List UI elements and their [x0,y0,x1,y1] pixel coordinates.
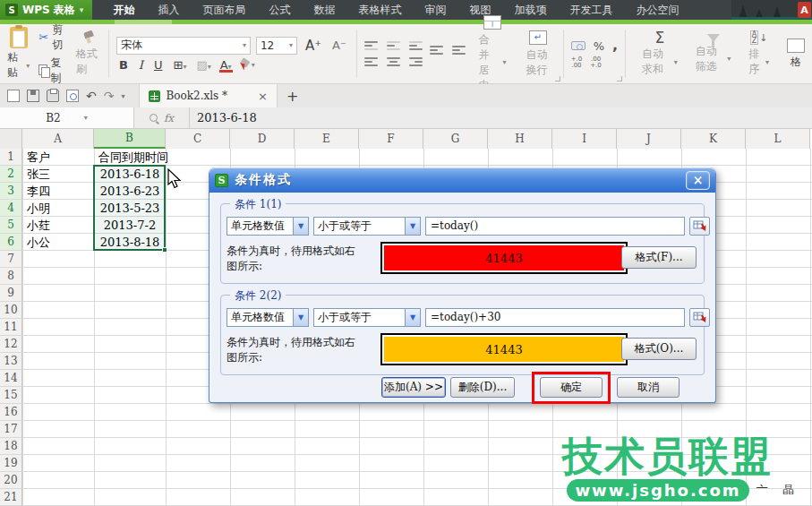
formula-field[interactable]: =today() [425,217,685,236]
cell-B1[interactable]: 合同到期时间 [94,149,166,166]
cell-A2[interactable]: 张三 [22,166,94,183]
row-header-14[interactable]: 14 [0,370,22,387]
print-preview-icon[interactable] [66,90,79,102]
menu-tab-插入[interactable]: 插入 [146,0,191,20]
increase-indent-button[interactable] [452,46,466,55]
underline-button[interactable]: U [151,58,166,72]
align-left-button[interactable] [364,57,378,66]
percent-format-button[interactable]: % [594,39,604,53]
align-top-button[interactable] [364,41,378,50]
add-condition-button[interactable]: 添加(A) >> [381,377,446,398]
undo-icon[interactable]: ↶ [86,90,97,102]
cell-A1[interactable]: 客户 [22,149,94,166]
comma-format-button[interactable]: , [612,42,618,49]
format-button-truncated[interactable]: 格 [778,39,805,70]
wrap-text-button[interactable]: ↵ 自动换行 [519,30,555,78]
dialog-title-bar[interactable]: S 条件格式 × [209,167,715,193]
menu-tab-公式[interactable]: 公式 [257,0,302,20]
shrink-font-button[interactable]: A⁻ [329,39,349,52]
font-color-button[interactable]: A▾ [218,58,234,72]
column-header-L[interactable]: L [746,129,810,149]
row-header-19[interactable]: 19 [0,455,22,472]
column-header-D[interactable]: D [230,129,295,149]
autosum-button[interactable]: Σ 自动求和▾ [633,30,687,77]
format-button[interactable]: 格式(O)... [621,338,697,360]
column-header-J[interactable]: J [617,129,681,149]
column-header-B[interactable]: B [94,129,166,149]
cell-A4[interactable]: 小明 [22,200,94,217]
row-header-8[interactable]: 8 [0,268,22,285]
row-header-1[interactable]: 1 [0,149,22,166]
document-tab[interactable]: Book2.xls * × [139,84,277,107]
dialog-launcher-icon[interactable] [617,76,622,81]
selection-range[interactable] [93,165,166,251]
row-header-12[interactable]: 12 [0,336,22,353]
corner-logo-icon[interactable]: A [798,2,811,18]
italic-button[interactable]: I [136,58,146,72]
borders-button[interactable]: ⊞▾ [170,58,189,72]
print-icon[interactable] [47,90,59,102]
align-middle-button[interactable] [387,41,400,50]
insert-function-button[interactable]: fx [164,112,174,124]
align-bottom-button[interactable] [409,41,423,50]
format-painter-button[interactable]: 格式刷 [76,47,101,77]
name-box[interactable]: B2 ▾ [0,107,134,128]
decrease-decimal-button[interactable]: .00+.0 [590,56,602,69]
row-header-5[interactable]: 5 [0,217,22,234]
column-header-G[interactable]: G [423,129,488,149]
autofilter-button[interactable]: 自动筛选▾ [687,34,740,74]
operator-combo[interactable]: 小于或等于 ▼ [313,308,421,327]
redo-icon[interactable]: ↷ [104,90,115,102]
cell-A5[interactable]: 小荭 [22,217,94,234]
cancel-button[interactable]: 取消 [617,377,680,398]
wps-logo[interactable]: S WPS 表格 ▾ [0,0,92,20]
range-picker-button[interactable] [689,217,710,236]
range-picker-button[interactable] [689,308,710,327]
row-header-20[interactable]: 20 [0,472,22,489]
row-header-16[interactable]: 16 [0,404,22,421]
highlight-color-button[interactable]: ▾ [239,58,255,71]
row-header-2[interactable]: 2 [0,166,22,183]
close-tab-icon[interactable]: × [258,90,268,103]
save-icon[interactable] [27,90,39,102]
menu-tab-办公空间[interactable]: 办公空间 [624,0,690,20]
select-all-corner[interactable] [0,129,22,149]
operand-combo[interactable]: 单元格数值 ▼ [227,308,309,327]
paste-button[interactable]: 粘贴▾ [7,27,30,81]
operator-combo[interactable]: 小于或等于 ▼ [313,217,421,236]
row-header-9[interactable]: 9 [0,285,22,302]
column-header-I[interactable]: I [552,129,617,149]
sort-button[interactable]: AZ↓ 排序▾ [739,30,778,77]
menu-tab-页面布局[interactable]: 页面布局 [191,0,257,20]
row-header-15[interactable]: 15 [0,387,22,404]
menu-tab-开发工具[interactable]: 开发工具 [558,0,624,20]
column-header-H[interactable]: H [488,129,552,149]
column-header-F[interactable]: F [359,129,423,149]
grow-font-button[interactable]: A⁺ [303,38,324,54]
column-header-E[interactable]: E [295,129,359,149]
column-header-C[interactable]: C [166,129,230,149]
operand-combo[interactable]: 单元格数值 ▼ [227,217,309,236]
chevron-down-icon[interactable]: ▾ [121,92,124,100]
fill-color-button[interactable]: ▨▾ [194,58,212,72]
new-tab-button[interactable]: + [278,88,307,105]
row-header-11[interactable]: 11 [0,319,22,336]
column-header-K[interactable]: K [681,129,746,149]
menu-tab-表格样式[interactable]: 表格样式 [346,0,413,20]
row-header-7[interactable]: 7 [0,251,22,268]
row-header-4[interactable]: 4 [0,200,22,217]
row-header-17[interactable]: 17 [0,421,22,438]
row-header-18[interactable]: 18 [0,438,22,455]
font-name-combo[interactable]: 宋体 ▾ [116,37,251,55]
copy-button[interactable]: 复制 [38,56,67,86]
formula-input[interactable]: 2013-6-18 [190,107,812,128]
align-center-button[interactable] [387,57,400,66]
font-size-combo[interactable]: 12 ▾ [256,37,297,55]
merge-center-button[interactable]: T 合并居中▾ [473,15,513,93]
row-header-10[interactable]: 10 [0,302,22,319]
increase-decimal-button[interactable]: +.0.00 [571,56,583,69]
row-header-6[interactable]: 6 [0,234,22,251]
delete-condition-button[interactable]: 删除(D)... [450,377,515,398]
cut-button[interactable]: ✂ 剪切 [38,22,67,53]
row-header-13[interactable]: 13 [0,353,22,370]
